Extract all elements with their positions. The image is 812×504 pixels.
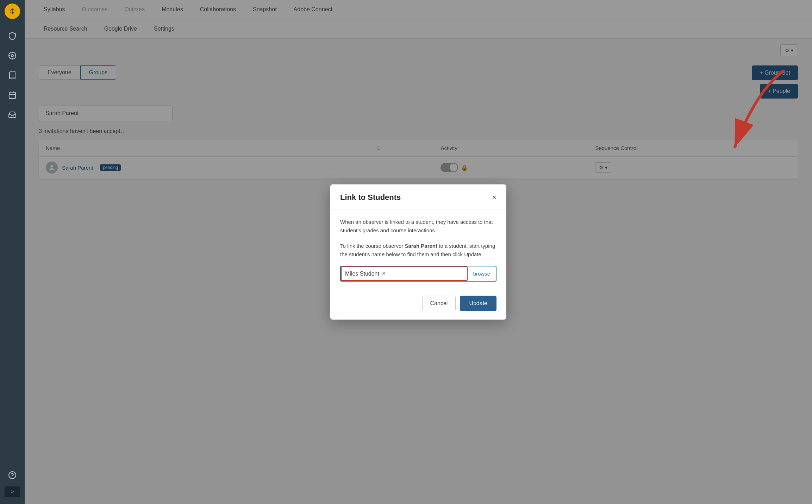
remove-student-button[interactable]: ×: [382, 270, 386, 277]
svg-point-3: [11, 55, 13, 57]
browse-link[interactable]: browse: [468, 271, 496, 277]
svg-rect-8: [9, 92, 15, 99]
modal-close-button[interactable]: ×: [492, 194, 496, 201]
modal-description-2: To link the course observer Sarah Parent…: [340, 242, 496, 259]
student-tag: Miles Student: [345, 271, 379, 277]
modal-description-1: When an observer is linked to a student,…: [340, 218, 496, 235]
link-to-students-modal: Link to Students × When an observer is l…: [330, 184, 506, 320]
modal-footer: Cancel Update: [330, 290, 506, 320]
student-input-area: Miles Student × browse: [340, 266, 496, 282]
student-tag-name: Miles Student: [345, 271, 379, 277]
modal-title: Link to Students: [340, 193, 401, 202]
dashboard-nav-icon[interactable]: [5, 48, 20, 63]
inbox-nav-icon[interactable]: [5, 107, 20, 122]
main-content: Syllabus Outcomes Quizzes Modules Collab…: [25, 0, 812, 504]
svg-point-1: [12, 12, 13, 14]
modal-body: When an observer is linked to a student,…: [330, 209, 506, 290]
modal-header: Link to Students ×: [330, 184, 506, 209]
update-button[interactable]: Update: [460, 296, 496, 311]
app-container: > Syllabus Outcomes Quizzes Modules Coll…: [0, 0, 812, 504]
help-nav-icon[interactable]: [5, 467, 20, 483]
logo-button[interactable]: [5, 4, 20, 19]
sidebar: >: [0, 0, 25, 504]
student-search-input[interactable]: [388, 271, 463, 277]
book-nav-icon[interactable]: [5, 68, 20, 83]
sidebar-expand-button[interactable]: >: [5, 486, 20, 497]
observer-name: Sarah Parent: [405, 243, 437, 249]
calendar-nav-icon[interactable]: [5, 87, 20, 103]
shield-nav-icon[interactable]: [5, 28, 20, 44]
cancel-button[interactable]: Cancel: [422, 296, 456, 311]
